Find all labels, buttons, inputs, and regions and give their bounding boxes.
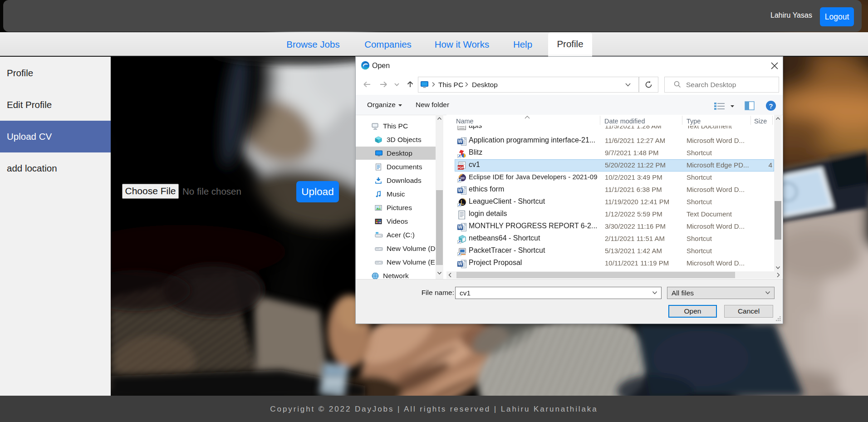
svg-text:W: W	[458, 139, 462, 144]
svg-text:W: W	[458, 188, 462, 193]
svg-text:W: W	[458, 225, 462, 230]
svg-text:PDF: PDF	[457, 166, 464, 169]
svg-text:W: W	[458, 261, 462, 266]
svg-text:?: ?	[769, 102, 773, 110]
